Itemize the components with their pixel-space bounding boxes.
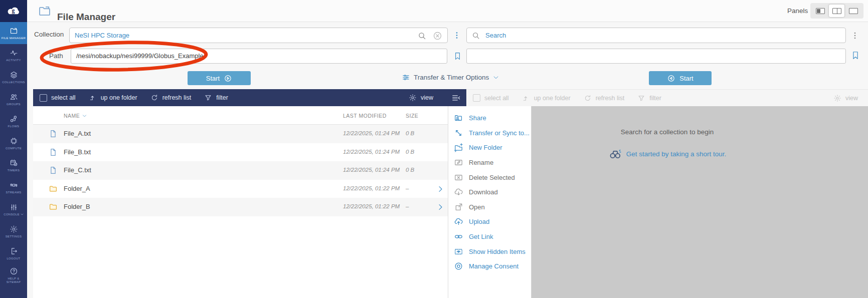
last-modified: 12/22/2025, 01:22 PM	[343, 203, 400, 209]
column-last-modified[interactable]: LAST MODIFIED	[343, 113, 387, 119]
chevron-right-icon[interactable]	[436, 185, 445, 193]
sidebar-item-console[interactable]: CONSOLE	[0, 198, 27, 220]
streams-icon	[10, 181, 18, 189]
svg-text:g: g	[12, 8, 15, 14]
globus-file-manager: g FILE MANAGERACTIVITYCOLLECTIONSGROUPSF…	[0, 0, 868, 298]
sidebar-item-timers[interactable]: TIMERS	[0, 154, 27, 176]
clear-collection-icon[interactable]	[432, 31, 443, 41]
refresh-list-button-disabled[interactable]: refresh list	[584, 94, 625, 102]
sidebar-item-settings[interactable]: SETTINGS	[0, 220, 27, 242]
menu-item-show-hidden-items[interactable]: Show Hidden Items	[448, 244, 531, 259]
collection-options-menu-icon[interactable]	[851, 29, 859, 42]
menu-item-label: Download	[469, 188, 498, 196]
last-modified: 12/22/2025, 01:24 PM	[343, 167, 400, 173]
sidebar-item-label: GROUPS	[7, 103, 21, 106]
sidebar-item-collections[interactable]: COLLECTIONS	[0, 66, 27, 88]
tour-link[interactable]: Get started by taking a short tour.	[626, 150, 727, 158]
menu-item-new-folder[interactable]: New Folder	[448, 140, 531, 155]
transfer-timer-options[interactable]: Transfer & Timer Options	[402, 73, 499, 82]
sidebar-item-flows[interactable]: FLOWS	[0, 110, 27, 132]
up-one-folder-icon	[89, 94, 97, 102]
path-value: /nesi/nobackup/nesi99999/Globus_Example/	[76, 49, 205, 63]
file-manager-icon	[38, 4, 52, 18]
start-transfer-right-button[interactable]: Start	[649, 71, 712, 85]
filter-button[interactable]: filter	[204, 94, 228, 102]
view-button-disabled[interactable]: view	[833, 94, 858, 102]
file-size: 0 B	[406, 149, 414, 155]
sidebar-item-groups[interactable]: GROUPS	[0, 88, 27, 110]
table-row[interactable]: File_A.txt12/22/2025, 01:24 PM0 B	[33, 125, 448, 143]
sidebar-item-help-sitemap[interactable]: HELP & SITEMAP	[0, 264, 27, 286]
bookmark-icon[interactable]	[453, 49, 462, 63]
menu-item-rename[interactable]: Rename	[448, 155, 531, 170]
collapse-menu-icon[interactable]	[451, 93, 461, 103]
file-list-header: NAME LAST MODIFIED SIZE	[33, 106, 448, 125]
select-all-button[interactable]: select all	[40, 94, 76, 102]
path-input[interactable]: /nesi/nobackup/nesi99999/Globus_Example/	[71, 49, 447, 64]
sidebar-item-activity[interactable]: ACTIVITY	[0, 44, 27, 66]
chevron-right-icon[interactable]	[436, 203, 445, 211]
view-button[interactable]: view	[409, 94, 433, 102]
sidebar-item-compute[interactable]: COMPUTE	[0, 132, 27, 154]
select-all-button-disabled[interactable]: select all	[473, 94, 509, 102]
start-label: Start	[679, 75, 693, 82]
last-modified: 12/22/2025, 01:24 PM	[343, 130, 400, 136]
file-size: –	[406, 185, 409, 191]
table-row[interactable]: File_C.txt12/22/2025, 01:24 PM0 B	[33, 161, 448, 180]
file-manager-icon	[10, 27, 18, 35]
menu-item-upload[interactable]: Upload	[448, 214, 531, 229]
column-name[interactable]: NAME	[64, 113, 87, 119]
sliders-icon	[402, 73, 410, 82]
file-icon	[49, 129, 58, 138]
collection-search-input[interactable]: Search	[466, 28, 846, 43]
sidebar-item-file-manager[interactable]: FILE MANAGER	[0, 22, 27, 44]
bookmark-icon[interactable]	[851, 48, 860, 63]
collections-icon	[10, 71, 18, 79]
menu-item-open[interactable]: Open	[448, 200, 531, 215]
refresh-list-button[interactable]: refresh list	[150, 94, 192, 102]
rename-icon	[454, 158, 463, 167]
compute-icon	[10, 137, 18, 145]
folder-icon	[49, 184, 58, 193]
file-name: File_B.txt	[64, 148, 91, 156]
file-rows: File_A.txt12/22/2025, 01:24 PM0 BFile_B.…	[33, 125, 448, 216]
collection-input[interactable]: NeSI HPC Storage	[69, 28, 448, 43]
filter-button-disabled[interactable]: filter	[637, 94, 661, 102]
checkbox-icon[interactable]	[40, 94, 47, 102]
menu-item-manage-consent[interactable]: Manage Consent	[448, 259, 531, 274]
menu-item-get-link[interactable]: Get Link	[448, 229, 531, 244]
up-one-folder-button[interactable]: up one folder	[89, 94, 137, 102]
refresh-icon	[584, 94, 592, 102]
menu-item-download[interactable]: Download	[448, 185, 531, 200]
sidebar-item-logout[interactable]: LOGOUT	[0, 242, 27, 264]
menu-item-share[interactable]: Share	[448, 111, 531, 126]
globus-logo[interactable]: g	[0, 0, 27, 22]
sidebar-item-label: TIMERS	[8, 169, 20, 172]
open-icon	[454, 202, 463, 212]
file-name: Folder_B	[64, 203, 90, 210]
column-size[interactable]: SIZE	[406, 113, 418, 119]
panels-wide-button[interactable]	[846, 5, 861, 17]
header: File Manager Panels	[27, 0, 868, 22]
up-one-folder-icon	[522, 94, 530, 102]
search-icon[interactable]	[417, 31, 427, 41]
path-input-right[interactable]	[466, 49, 846, 64]
sidebar-item-label: CONSOLE	[4, 213, 23, 216]
panels-single-button[interactable]	[812, 5, 828, 17]
menu-item-transfer-or-sync-to[interactable]: Transfer or Sync to...	[448, 126, 531, 141]
collection-options-menu-icon[interactable]	[453, 29, 461, 42]
manage-consent-icon	[454, 261, 463, 271]
panels-toggle-group	[810, 3, 863, 19]
start-transfer-left-button[interactable]: Start	[188, 71, 251, 85]
menu-item-label: Delete Selected	[469, 174, 515, 181]
up-one-folder-button-disabled[interactable]: up one folder	[522, 94, 571, 102]
sidebar-item-streams[interactable]: STREAMS	[0, 176, 27, 198]
collection-label: Collection	[34, 31, 64, 38]
sidebar-item-label: ACTIVITY	[6, 59, 21, 62]
table-row[interactable]: Folder_B12/22/2025, 01:22 PM–	[33, 198, 448, 216]
table-row[interactable]: Folder_A12/22/2025, 01:22 PM–	[33, 180, 448, 198]
panels-dual-button[interactable]	[829, 5, 844, 17]
menu-item-delete-selected[interactable]: Delete Selected	[448, 170, 531, 185]
table-row[interactable]: File_B.txt12/22/2025, 01:24 PM0 B	[33, 143, 448, 162]
file-size: –	[406, 203, 409, 209]
